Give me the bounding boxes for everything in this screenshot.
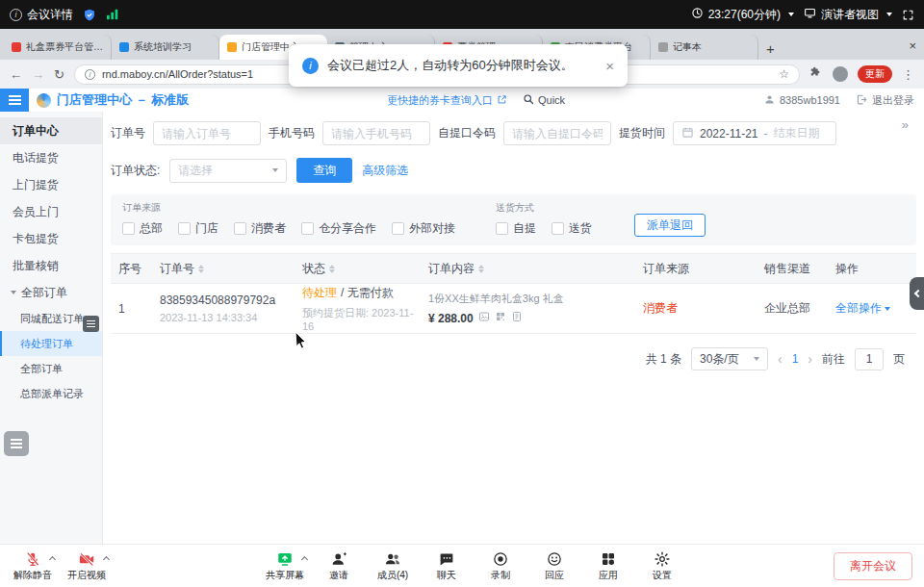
all-actions-dropdown[interactable]: 全部操作 bbox=[835, 300, 890, 317]
share-screen-label: 共享屏幕 bbox=[266, 569, 304, 582]
pickup-code-input[interactable] bbox=[503, 121, 611, 145]
settings-button[interactable]: 设置 bbox=[635, 549, 689, 582]
security-shield-icon[interactable] bbox=[83, 8, 96, 22]
sort-icon[interactable] bbox=[478, 265, 484, 273]
bookmark-star-icon[interactable]: ☆ bbox=[779, 67, 789, 81]
chevron-down-icon bbox=[272, 168, 278, 172]
status-cell: 待处理/ 无需付款 预约提货日期: 2023-11-16 bbox=[295, 285, 421, 332]
new-tab-button[interactable]: + bbox=[758, 40, 783, 60]
site-info-icon[interactable]: i bbox=[85, 69, 95, 80]
browser-tab-2[interactable]: 系统培训学习 bbox=[112, 35, 219, 60]
quick-menu-button[interactable] bbox=[4, 431, 29, 456]
browser-menu-icon[interactable]: ⋮ bbox=[902, 67, 914, 82]
record-button[interactable]: 录制 bbox=[474, 549, 527, 582]
meeting-panel-toggle[interactable] bbox=[910, 277, 924, 310]
dispatch-return-button[interactable]: 派单退回 bbox=[634, 214, 706, 237]
react-button[interactable]: 回应 bbox=[527, 549, 581, 582]
fullscreen-button[interactable] bbox=[902, 9, 914, 21]
sidebar-section-order-center[interactable]: 订单中心 bbox=[0, 117, 102, 144]
meeting-details-button[interactable]: i 会议详情 bbox=[10, 7, 73, 23]
qrcode-icon[interactable] bbox=[495, 311, 506, 325]
image-icon[interactable] bbox=[478, 311, 490, 325]
sort-icon[interactable] bbox=[198, 265, 204, 273]
reload-button[interactable]: ↻ bbox=[54, 67, 64, 82]
coupon-query-entry-link[interactable]: 更快捷的券卡查询入口 bbox=[387, 93, 507, 108]
prev-page-button[interactable]: ‹ bbox=[778, 351, 783, 367]
order-status-select[interactable]: 请选择 bbox=[169, 159, 287, 183]
sidebar-group-all-orders[interactable]: 全部订单 bbox=[0, 279, 102, 306]
source-checkbox-store[interactable]: 门店 bbox=[178, 220, 218, 237]
invite-button[interactable]: 邀请 bbox=[312, 549, 366, 582]
share-options-caret[interactable] bbox=[301, 556, 308, 563]
sidebar-sub-all-orders[interactable]: 全部订单 bbox=[0, 356, 102, 381]
col-order-no[interactable]: 订单号 bbox=[152, 261, 295, 277]
members-button[interactable]: 成员(4) bbox=[366, 549, 420, 582]
forward-button[interactable]: → bbox=[32, 67, 44, 82]
delivery-checkbox-selfpickup[interactable]: 自提 bbox=[496, 220, 536, 237]
profile-avatar[interactable] bbox=[833, 66, 848, 82]
close-window-button[interactable]: × bbox=[909, 38, 916, 53]
source-badge: 消费者 bbox=[643, 300, 678, 317]
order-no-input[interactable] bbox=[153, 121, 261, 145]
delivery-method-label: 送货方式 bbox=[496, 201, 607, 215]
browser-tab-7[interactable]: 记事本 bbox=[651, 35, 758, 60]
start-video-button[interactable]: 开启视频 bbox=[60, 549, 114, 582]
pickup-date-range-picker[interactable]: 2022-11-21 - 结束日期 bbox=[673, 121, 836, 145]
sort-icon[interactable] bbox=[329, 265, 335, 273]
sidebar-sub-hq-dispatch-log[interactable]: 总部派单记录 bbox=[0, 381, 102, 406]
advanced-filter-link[interactable]: 高级筛选 bbox=[362, 163, 408, 179]
extensions-puzzle-icon[interactable] bbox=[809, 65, 823, 83]
unmute-button[interactable]: 解除静音 bbox=[6, 549, 60, 582]
share-screen-button[interactable]: 共享屏幕 bbox=[258, 549, 312, 582]
collapse-panel-button[interactable]: » bbox=[902, 117, 909, 132]
list-icon bbox=[11, 443, 22, 445]
col-content[interactable]: 订单内容 bbox=[421, 261, 635, 277]
goto-page-input[interactable] bbox=[855, 348, 884, 370]
sidebar-item-door-pickup[interactable]: 上门提货 bbox=[0, 171, 102, 198]
username: 8385wb1991 bbox=[780, 94, 840, 106]
timer-icon bbox=[691, 7, 704, 22]
quick-search-button[interactable]: Quick bbox=[523, 93, 565, 107]
page-size-select[interactable]: 30条/页 bbox=[691, 347, 768, 370]
user-account[interactable]: 8385wb1991 bbox=[763, 93, 840, 108]
view-mode-selector[interactable]: 演讲者视图 bbox=[804, 7, 892, 23]
sidebar-sub-pending-orders[interactable]: 待处理订单 bbox=[0, 331, 102, 356]
meeting-bar-left: i 会议详情 bbox=[10, 7, 119, 23]
search-button[interactable]: 查询 bbox=[296, 158, 352, 183]
gear-icon bbox=[654, 550, 671, 568]
page-number[interactable]: 1 bbox=[792, 352, 799, 366]
chrome-update-button[interactable]: 更新 bbox=[858, 65, 892, 83]
phone-input[interactable] bbox=[322, 121, 430, 145]
apps-button[interactable]: 应用 bbox=[581, 549, 635, 582]
browser-tab-1[interactable]: 礼盒票券平台管理中心 bbox=[4, 35, 112, 60]
submenu-toggle-icon[interactable] bbox=[83, 316, 99, 332]
sidebar-item-card-pickup[interactable]: 卡包提货 bbox=[0, 225, 102, 252]
note-icon[interactable] bbox=[511, 311, 523, 325]
sidebar-item-member-visit[interactable]: 会员上门 bbox=[0, 198, 102, 225]
leave-meeting-button[interactable]: 离开会议 bbox=[834, 552, 912, 580]
logout-button[interactable]: 退出登录 bbox=[856, 93, 914, 108]
next-page-button[interactable]: › bbox=[808, 351, 812, 367]
delivery-method-group: 送货方式 自提 送货 bbox=[496, 201, 607, 237]
network-signal-icon[interactable] bbox=[106, 9, 119, 20]
mic-options-caret[interactable] bbox=[49, 556, 56, 563]
video-options-caret[interactable] bbox=[103, 556, 110, 563]
source-checkbox-consumer[interactable]: 消费者 bbox=[234, 220, 286, 237]
chat-button[interactable]: 聊天 bbox=[420, 549, 474, 582]
meeting-timer-dropdown[interactable]: 23:27(60分钟) bbox=[691, 7, 794, 23]
channel-cell: 企业总部 bbox=[757, 300, 828, 317]
toast-close-button[interactable]: × bbox=[605, 58, 614, 74]
source-checkbox-external[interactable]: 外部对接 bbox=[392, 220, 455, 237]
logout-label: 退出登录 bbox=[872, 93, 914, 108]
search-icon bbox=[523, 93, 534, 107]
menu-toggle-button[interactable] bbox=[0, 89, 29, 112]
source-checkbox-hq[interactable]: 总部 bbox=[122, 220, 163, 237]
sidebar-item-phone-pickup[interactable]: 电话提货 bbox=[0, 144, 102, 171]
back-button[interactable]: ← bbox=[10, 67, 22, 82]
col-status[interactable]: 状态 bbox=[295, 261, 421, 277]
delivery-checkbox-delivery[interactable]: 送货 bbox=[552, 220, 592, 237]
meeting-details-label: 会议详情 bbox=[27, 7, 73, 23]
source-checkbox-share-coop[interactable]: 仓分享合作 bbox=[301, 220, 376, 237]
members-icon bbox=[384, 550, 401, 568]
sidebar-item-batch-verify[interactable]: 批量核销 bbox=[0, 252, 102, 279]
